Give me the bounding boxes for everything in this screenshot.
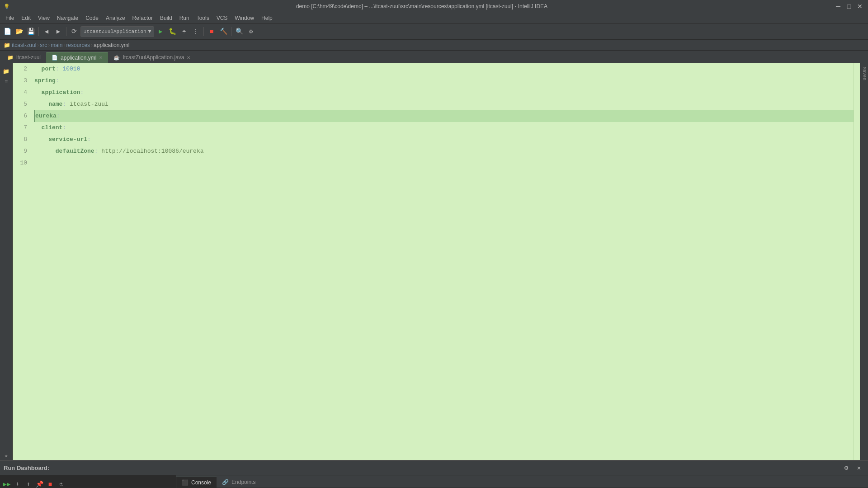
filter-btn[interactable]: ⚗ — [56, 479, 66, 488]
menu-vcs[interactable]: VCS — [213, 13, 231, 23]
editor-right-gutter — [854, 63, 860, 460]
save-button[interactable]: 💾 — [25, 26, 36, 37]
line-num-5: 5 — [24, 99, 27, 110]
settings-button[interactable]: ⚙ — [245, 26, 256, 37]
endpoints-icon: 🔗 — [222, 479, 229, 485]
breadcrumb-itcast-zuul[interactable]: 📁 itcast-zuul — [4, 42, 36, 48]
code-editor[interactable]: 2 3 4 5 6 7 8 9 10 port: 10010 spring: a… — [13, 63, 860, 460]
menu-navigate[interactable]: Navigate — [53, 13, 82, 23]
code-line-9: defaultZone: http://localhost:10086/eure… — [34, 145, 854, 157]
new-file-button[interactable]: 📄 — [2, 26, 13, 37]
debug-button[interactable]: 🐛 — [167, 26, 178, 37]
breadcrumb: 📁 itcast-zuul › src › main › resources ›… — [0, 40, 868, 51]
menu-window[interactable]: Window — [231, 13, 258, 23]
expand-all-btn[interactable]: ⬇ — [13, 479, 23, 488]
more-actions-button[interactable]: ⋮ — [190, 26, 201, 37]
tab-itcast-zuul[interactable]: 📁 itcast-zuul — [2, 52, 46, 63]
line-num-7: 7 — [24, 122, 27, 134]
panel-settings-btn[interactable]: ⚙ — [841, 463, 852, 474]
open-button[interactable]: 📂 — [14, 26, 24, 37]
menu-view[interactable]: View — [34, 13, 53, 23]
favorites-btn[interactable]: ★ — [2, 451, 11, 460]
tab-label-yml: application.yml — [61, 55, 96, 61]
code-line-8: service-url: — [34, 134, 854, 145]
build-button[interactable]: 🔨 — [218, 26, 229, 37]
run-coverage-button[interactable]: ☂ — [179, 26, 189, 37]
menu-code[interactable]: Code — [82, 13, 102, 23]
run-config-dropdown[interactable]: ItcastZuulApplication ▼ — [80, 26, 154, 37]
stop-btn[interactable]: ■ — [45, 479, 55, 488]
breadcrumb-sep-4: › — [91, 42, 93, 48]
code-line-10 — [34, 157, 854, 169]
tab-console[interactable]: ⬛ Console — [176, 477, 217, 488]
pin-btn[interactable]: 📌 — [34, 479, 44, 488]
stop-button[interactable]: ■ — [206, 26, 217, 37]
run-tree-toolbar: ▶▶ ⬇ ⬆ 📌 ■ ⚗ — [0, 477, 176, 488]
breadcrumb-src[interactable]: src — [40, 42, 47, 48]
tab-zuul-application-java[interactable]: ☕ ItcastZuulApplication.java ✕ — [108, 52, 196, 63]
line-num-2: 2 — [24, 63, 27, 75]
back-button[interactable]: ◀ — [41, 26, 52, 37]
close-button[interactable]: ✕ — [855, 2, 864, 11]
minimize-button[interactable]: ─ — [834, 2, 843, 11]
panel-close-btn[interactable]: ✕ — [854, 463, 864, 474]
line-num-8: 8 — [24, 134, 27, 145]
code-line-7: client: — [34, 122, 854, 134]
tab-label-project: itcast-zuul — [16, 54, 41, 61]
run-dashboard-panel: ▶▶ ⬇ ⬆ 📌 ■ ⚗ ▼ 🌿 Spring Boot ▼ ⚙ Runnin — [0, 475, 868, 488]
run-button[interactable]: ▶ — [155, 26, 166, 37]
collapse-all-btn[interactable]: ⬆ — [24, 479, 33, 488]
menu-edit[interactable]: Edit — [18, 13, 34, 23]
breadcrumb-resources[interactable]: resources — [66, 42, 90, 48]
title-bar: 💡 demo [C:\hm49\code\demo] – ...\itcast-… — [0, 0, 868, 13]
right-panel-buttons: Maven — [860, 63, 868, 460]
bottom-panel-toolbar: Run Dashboard: ⚙ ✕ — [0, 461, 868, 475]
search-everywhere-button[interactable]: 🔍 — [234, 26, 245, 37]
yaml-icon: 📄 — [52, 55, 58, 61]
forward-button[interactable]: ▶ — [53, 26, 64, 37]
code-line-3: spring: — [34, 75, 854, 87]
run-recent-button[interactable]: ⟳ — [69, 26, 80, 37]
toolbar-sep-4 — [231, 27, 231, 36]
menu-refactor[interactable]: Refactor — [129, 13, 156, 23]
menu-file[interactable]: File — [2, 13, 18, 23]
menu-help[interactable]: Help — [258, 13, 276, 23]
console-panel: ⬛ Console 🔗 Endpoints 2018-11-23 17:43:3… — [176, 475, 868, 488]
left-gutter: 📁 ≡ ★ — [0, 63, 13, 460]
window-title: demo [C:\hm49\code\demo] – ...\itcast-zu… — [10, 3, 834, 9]
console-tabs: ⬛ Console 🔗 Endpoints — [176, 475, 868, 488]
code-line-2: port: 10010 — [34, 63, 854, 75]
maximize-button[interactable]: □ — [844, 2, 854, 11]
tab-endpoints[interactable]: 🔗 Endpoints — [217, 477, 261, 488]
breadcrumb-main[interactable]: main — [51, 42, 62, 48]
toolbar-sep-1 — [38, 27, 39, 36]
maven-panel-btn[interactable]: Maven — [861, 65, 868, 82]
breadcrumb-sep-2: › — [48, 42, 50, 48]
line-num-4: 4 — [24, 87, 27, 99]
java-icon: ☕ — [113, 55, 120, 61]
breadcrumb-sep-3: › — [63, 42, 65, 48]
tab-close-java[interactable]: ✕ — [187, 55, 190, 60]
breadcrumb-application-yml[interactable]: application.yml — [94, 42, 129, 48]
code-line-6: eureka: — [34, 110, 854, 122]
run-config-label: ItcastZuulApplication — [84, 29, 146, 34]
menu-run[interactable]: Run — [176, 13, 193, 23]
toolbar: 📄 📂 💾 ◀ ▶ ⟳ ItcastZuulApplication ▼ ▶ 🐛 … — [0, 23, 868, 40]
tab-application-yml[interactable]: 📄 application.yml ✕ — [46, 52, 108, 63]
tab-close-yml[interactable]: ✕ — [99, 55, 103, 60]
menu-bar: File Edit View Navigate Code Analyze Ref… — [0, 13, 868, 23]
code-line-4: application: — [34, 87, 854, 99]
editor-tabs: 📁 itcast-zuul 📄 application.yml ✕ ☕ Itca… — [0, 51, 868, 63]
toolbar-sep-3 — [203, 27, 204, 36]
code-content[interactable]: port: 10010 spring: application: name: i… — [31, 63, 854, 460]
menu-analyze[interactable]: Analyze — [102, 13, 129, 23]
line-numbers: 2 3 4 5 6 7 8 9 10 — [13, 63, 31, 460]
menu-build[interactable]: Build — [156, 13, 176, 23]
line-num-9: 9 — [24, 145, 27, 157]
panel-actions: ⚙ ✕ — [841, 463, 864, 474]
menu-tools[interactable]: Tools — [193, 13, 213, 23]
breadcrumb-sep-1: › — [37, 42, 39, 48]
run-all-btn[interactable]: ▶▶ — [2, 479, 12, 488]
structure-btn[interactable]: ≡ — [2, 78, 11, 87]
project-panel-btn[interactable]: 📁 — [2, 67, 11, 76]
